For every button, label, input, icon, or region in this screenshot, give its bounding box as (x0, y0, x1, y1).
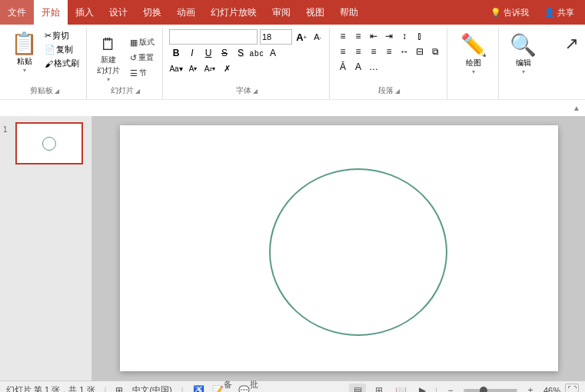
editing-button[interactable]: 🔍 编辑 ▾ (505, 29, 541, 78)
bullet-list-button[interactable]: ≡ (336, 29, 350, 43)
section-icon: ☰ (130, 68, 138, 78)
slides-buttons: 🗒 新建 幻灯片 ▾ ▦ 版式 ↺ 重置 ☰ 节 (93, 29, 158, 85)
slide-sorter-button[interactable]: ⊞ (371, 384, 387, 393)
align-center-button[interactable]: ≡ (351, 45, 365, 58)
drawing-button[interactable]: ✏️ 绘图 ▾ (456, 29, 492, 78)
cut-button[interactable]: ✂ 剪切 (42, 29, 81, 42)
justify-button[interactable]: ≡ (382, 45, 396, 58)
paragraph-expand-icon[interactable]: ◢ (395, 88, 400, 95)
share-icon: 👤 (544, 8, 555, 17)
font-color-icon: A (270, 48, 276, 58)
share-button[interactable]: 👤 共享 (540, 5, 579, 20)
accessibility-icon: ♿ (193, 385, 204, 393)
clear-format-button[interactable]: ✗ (220, 61, 234, 75)
menu-view[interactable]: 视图 (298, 0, 332, 25)
notes-button[interactable]: 📝 备注 (214, 384, 231, 393)
font-name-input[interactable] (169, 29, 258, 45)
text-direction-button[interactable]: ↔ (397, 45, 411, 58)
font-size-dropdown-button[interactable]: Aa▾ (169, 61, 183, 75)
new-slide-button[interactable]: 🗒 新建 幻灯片 ▾ (93, 32, 124, 85)
slide-circle (270, 169, 447, 335)
format-painter-icon: 🖌 (45, 59, 53, 68)
menu-slideshow[interactable]: 幻灯片放映 (203, 0, 264, 25)
font-aa-button[interactable]: A ▾ (186, 61, 200, 75)
zoom-slider[interactable] (464, 389, 517, 392)
cursor-icon: ↖ (565, 34, 579, 54)
section-button[interactable]: ☰ 节 (127, 66, 158, 80)
slides-expand-icon[interactable]: ◢ (135, 88, 140, 95)
menu-file[interactable]: 文件 (0, 0, 34, 25)
text-highlight-btn[interactable]: A (351, 60, 365, 74)
menu-design[interactable]: 设计 (101, 0, 135, 25)
clipboard-right: ✂ 剪切 📄 复制 🖌 格式刷 (42, 29, 81, 75)
comments-button[interactable]: 💬 批注 (240, 384, 257, 393)
line-spacing-button[interactable]: ↕ (397, 29, 411, 43)
notes-icon: 📝 (212, 385, 224, 393)
ribbon-collapse-button[interactable]: ▲ (568, 104, 585, 112)
underline-button[interactable]: U (201, 46, 215, 60)
clipboard-left: 📋 粘贴 ▾ (8, 29, 41, 75)
numbered-list-button[interactable]: ≡ (351, 29, 365, 43)
new-slide-icon: 🗒 (100, 35, 117, 55)
slides-panel[interactable]: 1 (0, 116, 92, 380)
presentation-view-button[interactable]: ▶ (414, 384, 430, 393)
font-az-button[interactable]: A z ▾ (203, 61, 217, 75)
columns-button[interactable]: ⫿ (413, 29, 427, 43)
smartart-button[interactable]: ⧉ (428, 45, 442, 58)
zoom-out-button[interactable]: − (442, 384, 459, 393)
layout-button[interactable]: ▦ 版式 (127, 35, 158, 49)
font-expand-icon[interactable]: ◢ (253, 88, 258, 95)
ribbon-group-clipboard: 📋 粘贴 ▾ ✂ 剪切 📄 复制 🖌 (3, 28, 87, 99)
menu-transition[interactable]: 切换 (135, 0, 169, 25)
menu-help[interactable]: 帮助 (332, 0, 366, 25)
strikethrough-button[interactable]: S (218, 46, 231, 60)
main-area: 1 (0, 116, 585, 380)
bold-button[interactable]: B (169, 46, 183, 60)
menu-bar: 文件 开始 插入 设计 切换 动画 幻灯片放映 审阅 视图 帮助 (0, 0, 366, 25)
format-painter-button[interactable]: 🖌 格式刷 (42, 57, 81, 70)
clipboard-expand-icon[interactable]: ◢ (55, 88, 59, 95)
slide-thumb-image-1[interactable] (15, 122, 83, 164)
align-left-button[interactable]: ≡ (336, 45, 350, 58)
reading-view-button[interactable]: 📖 (392, 384, 409, 393)
decrease-font-size-button[interactable]: A - (311, 30, 324, 44)
more-para-btn[interactable]: … (367, 60, 381, 74)
font-size-input[interactable] (260, 29, 292, 45)
text-shadow-btn[interactable]: Ā (336, 60, 350, 74)
italic-button[interactable]: I (185, 46, 199, 60)
reset-button[interactable]: ↺ 重置 (127, 51, 158, 65)
para-row-1: ≡ ≡ ⇤ ⇥ ↕ ⫿ (336, 29, 442, 43)
menu-insert[interactable]: 插入 (68, 0, 101, 25)
shadow-button[interactable]: S (234, 46, 248, 60)
menu-home[interactable]: 开始 (34, 0, 68, 25)
status-right: ▤ ⊞ 📖 ▶ | − + 46% ⛶ (349, 384, 579, 393)
clipboard-label: 剪贴板 ◢ (30, 85, 59, 98)
fit-slide-button[interactable]: ⛶ (565, 384, 579, 393)
menu-review[interactable]: 审阅 (264, 0, 298, 25)
font-color-button[interactable]: A (266, 46, 280, 60)
font-row-2: B I U S S abc A (169, 46, 324, 60)
normal-view-button[interactable]: ▤ (349, 384, 366, 393)
align-right-button[interactable]: ≡ (367, 45, 381, 58)
paste-button[interactable]: 📋 粘贴 ▾ (8, 29, 41, 75)
slide-canvas[interactable] (120, 125, 558, 371)
decrease-indent-button[interactable]: ⇤ (367, 29, 381, 43)
increase-font-size-button[interactable]: A + (294, 30, 308, 44)
tell-me-button[interactable]: 💡 告诉我 (486, 5, 533, 20)
text-align-v-button[interactable]: ⊟ (413, 45, 427, 58)
paragraph-controls: ≡ ≡ ⇤ ⇥ ↕ ⫿ ≡ ≡ ≡ ≡ ↔ ⊟ ⧉ (336, 29, 442, 74)
paste-icon: 📋 (11, 31, 38, 56)
copy-icon: 📄 (45, 45, 55, 55)
ribbon-group-editing: 🔍 编辑 ▾ (500, 28, 546, 99)
char-spacing-button[interactable]: abc (250, 46, 264, 60)
slides-label: 幻灯片 ◢ (111, 85, 140, 98)
increase-indent-button[interactable]: ⇥ (382, 29, 396, 43)
slide-thumbnail-1[interactable]: 1 (3, 122, 88, 164)
thumb-circle (42, 137, 56, 151)
menu-animation[interactable]: 动画 (169, 0, 203, 25)
slide-svg (120, 125, 558, 371)
zoom-thumb[interactable] (480, 387, 487, 393)
copy-button[interactable]: 📄 复制 (42, 43, 81, 56)
reset-icon: ↺ (130, 53, 137, 63)
zoom-in-button[interactable]: + (522, 384, 539, 393)
